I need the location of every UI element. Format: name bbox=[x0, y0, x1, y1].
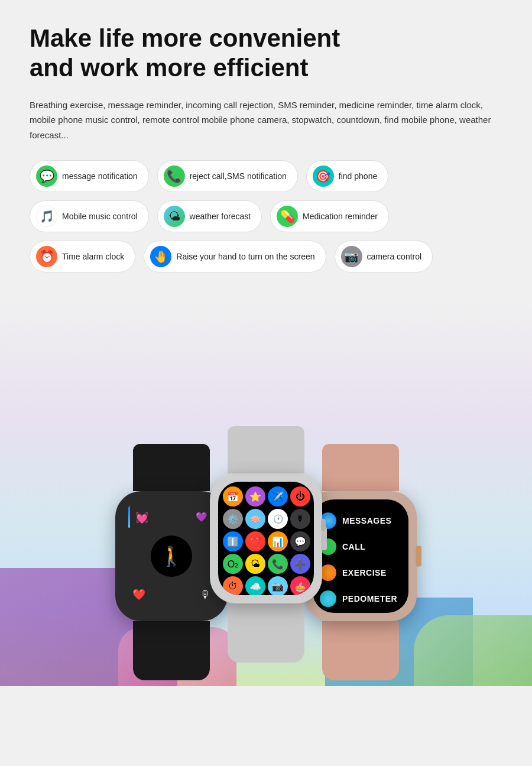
chip-mobile-music-label: Mobile music control bbox=[62, 212, 138, 221]
mic-icon: 🎙 bbox=[200, 589, 210, 601]
activity-icon: 💜 bbox=[196, 511, 207, 522]
app-calendar: 📅 bbox=[223, 486, 243, 507]
walk-circle: 🚶 bbox=[151, 535, 192, 577]
chip-find-phone-label: find phone bbox=[339, 171, 377, 181]
menu-row-call: CALL bbox=[320, 535, 401, 559]
app-heart: ❤️ bbox=[245, 531, 265, 551]
app-timer: ⏱ bbox=[223, 576, 243, 595]
exercise-label: EXERCISE bbox=[342, 568, 387, 577]
watch-center-band-top bbox=[228, 426, 304, 473]
call-label: CALL bbox=[342, 542, 365, 551]
features-row-3: ⏰ Time alarm clock 🤚 Raise your hand to … bbox=[30, 241, 502, 272]
app-cloud: ☁️ bbox=[245, 576, 265, 595]
watch-center-screen: 📅 ⭐ ✈️ ⏻ ⚙️ 🪷 🕐 🎙 ℹ️ ❤️ 📊 💬 bbox=[218, 482, 314, 595]
chip-reject-call: 📞 reject call,SMS notification bbox=[157, 160, 298, 192]
find-phone-icon: 🎯 bbox=[313, 165, 334, 187]
app-info: ℹ️ bbox=[223, 531, 243, 551]
watch-right-display: MESSAGES CALL EXERCISE PEDOMETER bbox=[313, 499, 408, 613]
walk-icon: 🚶 bbox=[160, 545, 183, 567]
main-title: Make life more convenient and work more … bbox=[30, 24, 502, 83]
chip-camera: 📷 camera control bbox=[335, 241, 433, 272]
top-section: Make life more convenient and work more … bbox=[0, 0, 532, 302]
app-camera: 📷 bbox=[268, 576, 288, 595]
app-power: ⏻ bbox=[290, 486, 310, 507]
chip-raise-hand: 🤚 Raise your hand to turn on the screen bbox=[144, 241, 326, 272]
message-icon: 💬 bbox=[36, 165, 57, 187]
features-row-2: 🎵 Mobile music control 🌤 weather forecas… bbox=[30, 200, 502, 232]
app-grid: 📅 ⭐ ✈️ ⏻ ⚙️ 🪷 🕐 🎙 ℹ️ ❤️ 📊 💬 bbox=[223, 486, 309, 595]
music-icon: 🎵 bbox=[36, 206, 57, 227]
raise-hand-icon: 🤚 bbox=[150, 246, 171, 267]
chip-reject-call-label: reject call,SMS notification bbox=[190, 171, 287, 181]
app-mic: 🎙 bbox=[290, 509, 310, 529]
weather-icon: 🌤 bbox=[164, 206, 185, 227]
watch-center-body: 📅 ⭐ ✈️ ⏻ ⚙️ 🪷 🕐 🎙 ℹ️ ❤️ 📊 💬 bbox=[210, 426, 322, 663]
description-text: Breathing exercise, message reminder, in… bbox=[30, 98, 502, 143]
chip-message-notification: 💬 message notification bbox=[30, 160, 149, 192]
app-send: ✈️ bbox=[268, 486, 288, 507]
app-lotus: 🪷 bbox=[245, 509, 265, 529]
chip-alarm-label: Time alarm clock bbox=[62, 252, 124, 261]
ecg-icon: ❤️ bbox=[132, 588, 145, 601]
chip-find-phone: 🎯 find phone bbox=[306, 160, 388, 192]
menu-row-exercise: EXERCISE bbox=[320, 561, 401, 585]
exercise-dot bbox=[320, 564, 336, 581]
alarm-icon: ⏰ bbox=[36, 246, 57, 267]
bg-blob-green bbox=[414, 615, 532, 686]
menu-row-pedometer: PEDOMETER bbox=[320, 587, 401, 611]
chip-weather-label: weather forecast bbox=[190, 212, 251, 221]
watch-left-band-top bbox=[133, 444, 210, 491]
pedometer-label: PEDOMETER bbox=[342, 594, 397, 603]
app-plus: ➕ bbox=[290, 554, 310, 574]
watch-left-screen: 💓 💜 🚶 ❤️ 🎙 bbox=[124, 499, 219, 613]
features-grid: 💬 message notification 📞 reject call,SMS… bbox=[30, 160, 502, 272]
tl-bar bbox=[128, 504, 130, 528]
heart-rate-icon: 💓 bbox=[135, 511, 148, 524]
chip-raise-hand-label: Raise your hand to turn on the screen bbox=[176, 252, 314, 261]
chip-message-label: message notification bbox=[62, 171, 138, 181]
app-star: ⭐ bbox=[245, 486, 265, 507]
messages-label: MESSAGES bbox=[342, 516, 391, 525]
watch-right-screen: MESSAGES CALL EXERCISE PEDOMETER bbox=[313, 499, 408, 613]
app-clock: 🕐 bbox=[268, 509, 288, 529]
menu-row-messages: MESSAGES bbox=[320, 509, 401, 533]
chip-mobile-music: 🎵 Mobile music control bbox=[30, 200, 149, 232]
chip-alarm: ⏰ Time alarm clock bbox=[30, 241, 135, 272]
side-button bbox=[321, 519, 326, 531]
app-phone: 📞 bbox=[268, 554, 288, 574]
app-oxygen: O₂ bbox=[223, 554, 243, 574]
app-activity: 📊 bbox=[268, 531, 288, 551]
chip-medication-label: Medication reminder bbox=[303, 212, 378, 221]
watch-center-band-bottom bbox=[228, 603, 304, 663]
chip-weather: 🌤 weather forecast bbox=[157, 200, 262, 232]
camera-icon: 📷 bbox=[341, 246, 362, 267]
watch-center-case: 📅 ⭐ ✈️ ⏻ ⚙️ 🪷 🕐 🎙 ℹ️ ❤️ 📊 💬 bbox=[210, 473, 322, 603]
app-pie: 🥧 bbox=[290, 576, 310, 595]
watch-left-band-bottom bbox=[133, 621, 210, 680]
app-chat: 💬 bbox=[290, 531, 310, 551]
watch-center: 📅 ⭐ ✈️ ⏻ ⚙️ 🪷 🕐 🎙 ℹ️ ❤️ 📊 💬 bbox=[210, 426, 322, 663]
watch-center-display: 📅 ⭐ ✈️ ⏻ ⚙️ 🪷 🕐 🎙 ℹ️ ❤️ 📊 💬 bbox=[218, 482, 314, 595]
watches-section: 💓 💜 🚶 ❤️ 🎙 bbox=[0, 302, 532, 686]
chip-camera-label: camera control bbox=[367, 252, 422, 261]
watch-right-band-top bbox=[322, 444, 399, 491]
chip-medication: 💊 Medication reminder bbox=[270, 200, 389, 232]
pedometer-dot bbox=[320, 590, 336, 607]
reject-call-icon: 📞 bbox=[164, 165, 185, 187]
app-settings: ⚙️ bbox=[223, 509, 243, 529]
watch-left-overlay: 💓 💜 🚶 ❤️ 🎙 bbox=[124, 499, 219, 613]
features-row-1: 💬 message notification 📞 reject call,SMS… bbox=[30, 160, 502, 192]
medication-icon: 💊 bbox=[277, 206, 298, 227]
watch-right-crown bbox=[416, 546, 421, 567]
app-weather: 🌤 bbox=[245, 554, 265, 574]
watch-right-band-bottom bbox=[322, 621, 399, 680]
